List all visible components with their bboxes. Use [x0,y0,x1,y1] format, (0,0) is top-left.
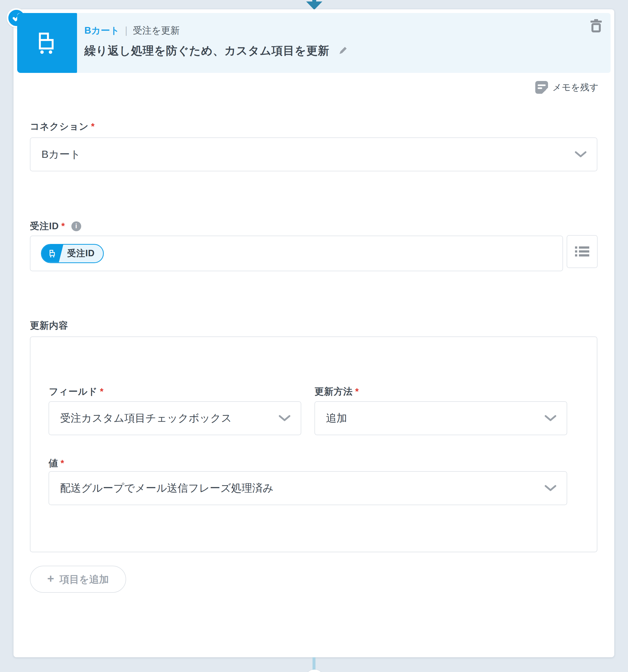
value-label: 値 * [49,457,64,470]
trash-icon [590,19,602,32]
field-label: フィールド * [49,385,104,398]
required-asterisk: * [91,121,95,132]
plus-icon: + [47,573,54,585]
update-content-label-text: 更新内容 [30,319,68,332]
connection-select[interactable]: Bカート [30,138,597,171]
value-label-text: 値 [49,457,58,470]
field-label-text: フィールド [49,385,98,398]
method-select[interactable]: 追加 [315,401,567,435]
required-asterisk: * [355,387,359,397]
app-name: Bカート [84,24,120,37]
field-select[interactable]: 受注カスタム項目チェックボックス [49,401,301,435]
field-value: 受注カスタム項目チェックボックス [60,411,232,425]
memo-icon [535,81,548,94]
incoming-connector-arrow-icon [304,0,324,10]
add-item-label: 項目を追加 [59,573,109,586]
delete-step-button[interactable] [590,19,602,32]
connection-value: Bカート [42,147,81,162]
token-label: 受注ID [63,245,103,262]
chevron-down-icon [575,151,586,158]
bcart-token-icon [42,245,63,262]
chevron-down-icon [545,485,556,491]
action-name: 受注を更新 [133,24,180,37]
cart-icon [34,29,60,57]
step-header-texts: Bカート | 受注を更新 繰り返し処理を防ぐため、カスタム項目を更新 [77,13,348,73]
add-memo-button[interactable]: メモを残す [535,80,599,95]
cart-icon [48,249,57,259]
list-icon [575,246,589,257]
breadcrumb-separator: | [125,25,127,36]
title-row: 繰り返し処理を防ぐため、カスタム項目を更新 [84,43,348,58]
workflow-canvas: { "required_mark": "*", "header": { "app… [0,0,628,672]
required-asterisk: * [100,387,104,397]
chevron-down-icon [279,415,291,422]
chevron-down-icon [545,415,556,422]
edit-title-icon[interactable] [338,46,348,56]
step-card: Bカート | 受注を更新 繰り返し処理を防ぐため、カスタム項目を更新 [14,9,614,657]
order-id-label: 受注ID * i [30,220,81,233]
step-header: Bカート | 受注を更新 繰り返し処理を防ぐため、カスタム項目を更新 [17,13,610,73]
next-step-node[interactable] [305,670,324,672]
method-label-text: 更新方法 [315,385,353,398]
output-list-button[interactable] [567,235,598,268]
connection-label: コネクション * [30,120,95,133]
update-content-group: フィールド * 受注カスタム項目チェックボックス 更新方法 * 追加 値 * 配… [30,336,597,552]
order-id-input[interactable]: 受注ID [30,236,563,271]
info-icon[interactable]: i [71,221,81,231]
required-asterisk: * [60,458,64,469]
memo-label: メモを残す [552,81,599,94]
required-asterisk: * [61,221,65,232]
connection-label-text: コネクション [30,120,89,133]
step-title: 繰り返し処理を防ぐため、カスタム項目を更新 [84,43,329,58]
breadcrumb: Bカート | 受注を更新 [84,24,348,37]
update-content-label: 更新内容 [30,319,68,332]
order-id-label-text: 受注ID [30,220,59,233]
value-select[interactable]: 配送グループでメール送信フレーズ処理済み [49,471,567,505]
method-value: 追加 [326,411,347,425]
value-value: 配送グループでメール送信フレーズ処理済み [60,481,274,495]
order-id-token[interactable]: 受注ID [41,244,104,263]
method-label: 更新方法 * [315,385,359,398]
add-item-button[interactable]: + 項目を追加 [30,566,126,593]
bcart-app-icon [17,13,77,73]
